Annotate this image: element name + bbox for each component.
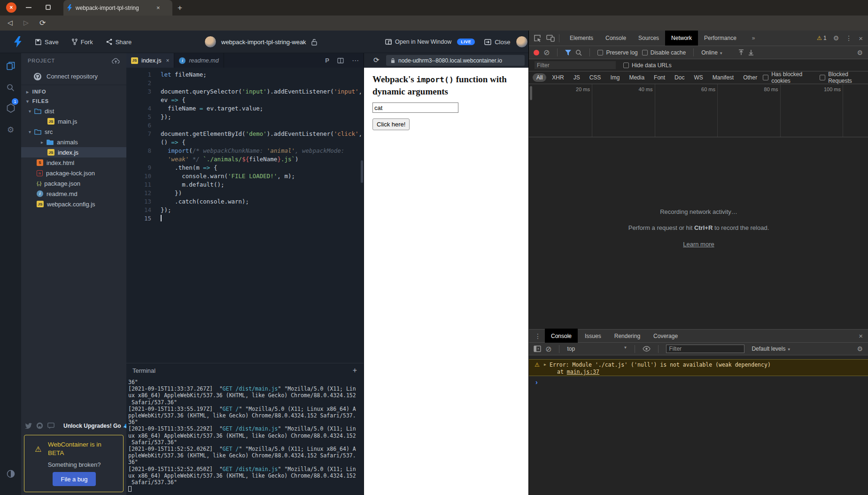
file-a-bug-button[interactable]: File a bug xyxy=(53,472,96,486)
file-tree-item-package.json[interactable]: {..}package.json xyxy=(21,178,126,189)
type-filter-xhr[interactable]: XHR xyxy=(548,73,567,82)
file-tree-item-package-lock.json[interactable]: npackage-lock.json xyxy=(21,168,126,178)
files-panel-icon[interactable] xyxy=(0,58,21,74)
drawer-tab-coverage[interactable]: Coverage xyxy=(647,329,684,344)
tab-readme-md[interactable]: i readme.md xyxy=(174,53,224,68)
window-minimize-button[interactable] xyxy=(26,7,31,8)
chat-icon[interactable] xyxy=(47,423,54,429)
share-button[interactable]: Share xyxy=(106,39,132,46)
user-avatar[interactable] xyxy=(516,36,528,48)
devtools-settings-gear-icon[interactable]: ⚙ xyxy=(833,34,839,42)
files-section-header[interactable]: ▾ FILES xyxy=(21,95,126,107)
blocked-requests-checkbox[interactable]: Blocked Requests xyxy=(820,71,865,84)
type-filter-font[interactable]: Font xyxy=(650,73,669,82)
record-icon[interactable] xyxy=(534,50,539,55)
window-restore-button[interactable] xyxy=(46,5,51,10)
settings-gear-icon[interactable]: ⚙ xyxy=(0,122,21,138)
deploy-hexagon-icon[interactable]: 1 xyxy=(0,100,21,116)
devtools-tab-console[interactable]: Console xyxy=(599,31,632,46)
devtools-menu-kebab-icon[interactable]: ⋮ xyxy=(845,34,852,42)
theme-contrast-icon[interactable] xyxy=(0,466,21,482)
editor-scrollbar[interactable] xyxy=(361,160,363,183)
type-filter-ws[interactable]: WS xyxy=(690,73,706,82)
file-tree-item-main.js[interactable]: JSmain.js xyxy=(21,116,126,126)
devtools-close-icon[interactable]: × xyxy=(859,34,863,42)
open-in-new-window-button[interactable]: Open in New Window xyxy=(385,39,451,45)
unlock-upgrades-link[interactable]: Unlock Upgrades! Go 🧢🚀 xyxy=(63,423,137,429)
search-icon[interactable] xyxy=(0,79,21,95)
devtools-tab-elements[interactable]: Elements xyxy=(564,31,599,46)
twitter-icon[interactable] xyxy=(25,423,32,429)
preview-url-bar[interactable]: node-udhrm3--8080.local.webcontainer.io xyxy=(386,55,525,66)
drawer-tab-rendering[interactable]: Rendering xyxy=(608,329,646,344)
new-tab-button[interactable]: + xyxy=(178,3,182,13)
project-name[interactable]: webpack-import-tpl-string-weak xyxy=(221,39,306,46)
cloud-upload-icon[interactable] xyxy=(112,58,120,64)
console-clear-icon[interactable]: ⊘ xyxy=(545,345,551,354)
connect-repository-button[interactable]: Connect repository xyxy=(21,68,126,85)
window-close-button[interactable]: × xyxy=(6,2,16,13)
browser-tab[interactable]: webpack-import-tpl-string × xyxy=(63,0,172,16)
preview-reload-icon[interactable]: ⟳ xyxy=(373,56,380,64)
export-har-icon[interactable] xyxy=(748,49,754,55)
drawer-menu-kebab-icon[interactable]: ⋮ xyxy=(535,332,541,340)
devtools-tab-performance[interactable]: Performance xyxy=(698,31,743,46)
fork-button[interactable]: Fork xyxy=(72,39,93,46)
type-filter-all[interactable]: All xyxy=(533,73,546,82)
has-blocked-cookies-checkbox[interactable]: Has blocked cookies xyxy=(763,71,813,84)
filter-funnel-icon[interactable] xyxy=(565,50,571,55)
device-toolbar-icon[interactable] xyxy=(546,34,555,42)
hide-data-urls-checkbox[interactable]: Hide data URLs xyxy=(623,62,672,69)
source-link[interactable]: main.js:37 xyxy=(567,369,599,375)
type-filter-img[interactable]: Img xyxy=(606,73,623,82)
unlock-icon[interactable] xyxy=(311,39,318,46)
throttling-select[interactable]: Online ▼ xyxy=(701,49,723,56)
prettier-icon[interactable]: P xyxy=(325,57,329,64)
save-button[interactable]: Save xyxy=(35,39,59,46)
more-tabs-icon[interactable]: » xyxy=(752,35,755,41)
import-har-icon[interactable] xyxy=(738,49,744,55)
tab-close-icon[interactable]: × xyxy=(166,57,169,64)
issues-warning-badge[interactable]: ⚠ 1 xyxy=(817,35,827,41)
more-options-icon[interactable]: ⋯ xyxy=(352,56,359,65)
preserve-log-checkbox[interactable]: Preserve log xyxy=(597,49,637,56)
type-filter-css[interactable]: CSS xyxy=(586,73,605,82)
drawer-tab-console[interactable]: Console xyxy=(545,329,578,344)
file-tree-item-index.html[interactable]: 5index.html xyxy=(21,157,126,168)
timeline-handle[interactable] xyxy=(530,86,532,100)
reload-icon[interactable]: ⟳ xyxy=(39,18,46,27)
learn-more-link[interactable]: Learn more xyxy=(683,241,714,248)
drawer-close-icon[interactable]: × xyxy=(859,332,863,340)
type-filter-other[interactable]: Other xyxy=(739,73,761,82)
file-tree-item-dist[interactable]: ▾dist xyxy=(21,106,126,116)
devtools-tab-network[interactable]: Network xyxy=(665,31,698,46)
terminal-add-icon[interactable]: + xyxy=(353,366,357,375)
file-tree-item-src[interactable]: ▾src xyxy=(21,126,126,137)
close-preview-button[interactable]: Close xyxy=(484,39,510,46)
filename-input[interactable] xyxy=(372,102,458,113)
network-filter-input[interactable] xyxy=(535,61,616,69)
type-filter-js[interactable]: JS xyxy=(570,73,584,82)
forward-icon[interactable]: ▷ xyxy=(23,19,29,26)
file-tree-item-index.js[interactable]: JSindex.js xyxy=(21,147,126,157)
tab-close-icon[interactable]: × xyxy=(156,4,160,11)
network-search-icon[interactable] xyxy=(575,49,582,56)
click-here-button[interactable]: Click here! xyxy=(372,118,410,130)
file-tree-item-readme.md[interactable]: ireadme.md xyxy=(21,189,126,199)
type-filter-doc[interactable]: Doc xyxy=(671,73,688,82)
devtools-tab-sources[interactable]: Sources xyxy=(632,31,665,46)
log-levels-select[interactable]: Default levels ▼ xyxy=(752,346,790,352)
network-timeline[interactable]: 20 ms40 ms60 ms80 ms100 ms xyxy=(529,84,868,137)
split-editor-icon[interactable] xyxy=(337,58,344,63)
console-filter-input[interactable] xyxy=(666,345,744,353)
console-sidebar-toggle-icon[interactable] xyxy=(534,346,541,352)
stackblitz-logo[interactable] xyxy=(14,36,22,47)
terminal-output[interactable]: 36"[2021-09-15T11:33:37.267Z] "GET /dist… xyxy=(128,379,362,492)
github-footer-icon[interactable] xyxy=(36,422,43,429)
console-settings-gear-icon[interactable]: ⚙ xyxy=(857,345,863,353)
console-prompt-icon[interactable]: › xyxy=(535,378,538,386)
context-select[interactable]: top▼ xyxy=(567,346,627,352)
tab-index-js[interactable]: JS index.js × xyxy=(126,53,174,68)
inspect-element-icon[interactable] xyxy=(534,34,542,42)
type-filter-media[interactable]: Media xyxy=(625,73,648,82)
